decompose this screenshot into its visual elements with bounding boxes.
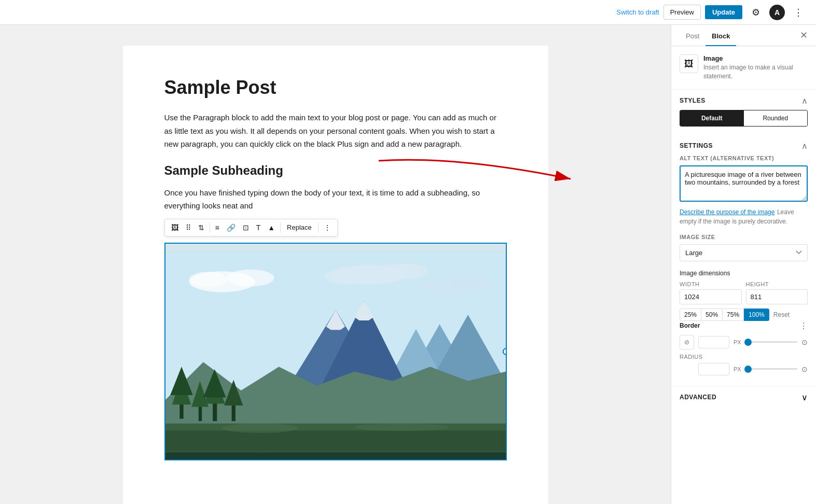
style-rounded-button[interactable]: Rounded [744,110,808,126]
image-tool-crop[interactable]: ⊡ [240,221,252,234]
replace-button[interactable]: Replace [283,221,316,233]
border-width-input[interactable] [698,336,729,348]
image-tool-link[interactable]: 🔗 [224,221,239,234]
block-icon: 🖼 [680,54,698,73]
paragraph-text[interactable]: Use the Paragraph block to add the main … [164,111,507,151]
sidebar-tabs: Post Block ✕ [671,25,816,46]
gear-icon: ⚙ [752,7,760,18]
width-input[interactable] [680,289,742,304]
border-slider-thumb [744,339,752,346]
border-slider-track [745,341,797,343]
image-tool-expand[interactable]: ▲ [265,221,278,234]
percent-50-button[interactable]: 50% [701,309,723,321]
astra-icon-button[interactable]: A [769,5,785,20]
width-group: WIDTH [680,281,742,304]
alt-text-input[interactable]: A picturesque image of a river between t… [680,165,808,202]
svg-point-29 [222,423,298,432]
border-px-label: PX [734,339,741,345]
styles-section: Default Rounded [671,110,816,135]
border-link-icon[interactable]: ⊙ [801,338,808,346]
tab-block[interactable]: Block [706,25,736,46]
image-tool-align[interactable]: ≡ [212,221,223,234]
mountain-svg [165,244,506,460]
svg-point-30 [354,423,449,431]
dimensions-label: Image dimensions [680,270,808,277]
alt-text-group: ALT TEXT (ALTERNATIVE TEXT) A picturesqu… [680,155,808,226]
more-options-button[interactable]: ⋮ [789,3,808,22]
advanced-title: Advanced [680,394,716,401]
styles-section-header[interactable]: Styles ∧ [671,90,816,110]
image-tool-arrows[interactable]: ⇅ [195,221,208,234]
height-group: HEIGHT [746,281,808,304]
border-section: Border ⋮ ⊘ PX ⊙ RADIUS [671,321,816,386]
reset-button[interactable]: Reset [773,311,790,318]
border-color-row: ⊘ PX ⊙ [680,335,808,349]
image-tool-text[interactable]: T [253,221,264,234]
top-bar: Switch to draft Preview Update ⚙ A ⋮ [0,0,816,25]
advanced-section[interactable]: Advanced ∨ [671,386,816,409]
radius-slider-thumb [744,366,752,373]
settings-section: ALT TEXT (ALTERNATIVE TEXT) A picturesqu… [671,155,816,321]
radius-row: PX ⊙ [680,363,808,375]
border-more-button[interactable]: ⋮ [799,321,808,331]
radius-input[interactable] [698,363,729,375]
settings-section-header[interactable]: Settings ∧ [671,135,816,155]
styles-section-title: Styles [680,97,706,104]
right-sidebar: Post Block ✕ 🖼 Image Insert an image to … [671,25,816,504]
image-tool-more[interactable]: ⋮ [321,221,334,234]
svg-point-5 [376,263,427,279]
percent-buttons: 25% 50% 75% 100% Reset [680,309,808,321]
preview-button[interactable]: Preview [663,5,701,20]
svg-point-2 [227,269,274,286]
border-color-button[interactable]: ⊘ [680,335,694,349]
subtext[interactable]: Once you have finished typing down the b… [164,186,507,213]
image-size-group: IMAGE SIZE Large Thumbnail Medium Full S… [680,234,808,261]
image-size-select[interactable]: Large Thumbnail Medium Full Size [680,244,808,261]
percent-100-button[interactable]: 100% [744,309,769,321]
settings-section-title: Settings [680,142,713,149]
image-tool-image[interactable]: 🖼 [168,221,182,234]
settings-icon-button[interactable]: ⚙ [746,3,765,22]
image-block-toolbar: 🖼 ⠿ ⇅ ≡ 🔗 ⊡ T ▲ Replace ⋮ [164,219,338,236]
block-description: Insert an image to make a visual stateme… [703,63,808,81]
editor-area[interactable]: Sample Post Use the Paragraph block to a… [0,25,671,504]
svg-point-8 [451,276,494,289]
more-icon: ⋮ [794,7,803,18]
svg-rect-28 [165,430,506,452]
radius-section: RADIUS PX ⊙ [680,354,808,375]
block-info-text: Image Insert an image to make a visual s… [703,54,808,81]
style-options: Default Rounded [680,110,808,127]
radius-link-icon[interactable]: ⊙ [801,365,808,373]
astra-icon: A [774,8,780,17]
border-slider[interactable] [745,341,797,343]
height-input[interactable] [746,289,808,304]
editor-content: Sample Post Use the Paragraph block to a… [123,46,548,504]
switch-to-draft-button[interactable]: Switch to draft [616,8,659,16]
height-label: HEIGHT [746,281,808,287]
radius-slider[interactable] [745,368,797,370]
update-button[interactable]: Update [705,5,742,19]
alt-text-description: Describe the purpose of the image Leave … [680,207,808,226]
subheading[interactable]: Sample Subheading [164,163,507,178]
percent-25-button[interactable]: 25% [680,309,701,321]
percent-75-button[interactable]: 75% [723,309,744,321]
svg-point-6 [324,270,366,284]
advanced-chevron-icon: ∨ [801,393,808,402]
mountain-image [164,243,507,460]
toolbar-separator-1 [210,222,210,233]
border-header: Border ⋮ [680,321,808,331]
image-tool-grid[interactable]: ⠿ [183,221,194,234]
color-swatch-icon: ⊘ [684,339,689,346]
toolbar-separator-3 [318,222,319,233]
block-info: 🖼 Image Insert an image to make a visual… [671,46,816,90]
style-default-button[interactable]: Default [680,110,744,126]
width-label: WIDTH [680,281,742,287]
block-title: Image [703,54,808,62]
alt-text-link[interactable]: Describe the purpose of the image [680,208,774,216]
post-title[interactable]: Sample Post [164,77,507,99]
main-layout: Sample Post Use the Paragraph block to a… [0,25,816,504]
right-resize-circle[interactable] [503,348,507,355]
sidebar-close-button[interactable]: ✕ [800,31,808,40]
tab-post[interactable]: Post [680,25,706,46]
svg-point-3 [189,272,227,287]
